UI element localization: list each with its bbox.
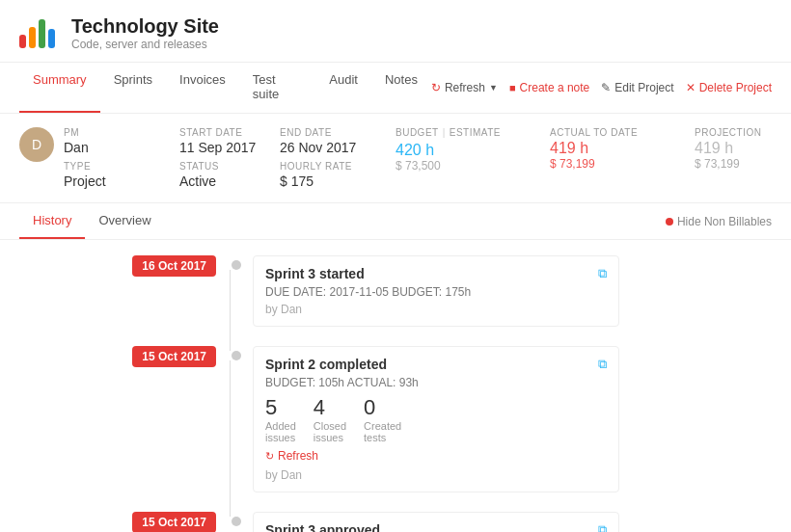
date-badge-3: 15 Oct 2017: [132, 512, 216, 532]
delete-project-label: Delete Project: [699, 81, 772, 94]
delete-project-button[interactable]: ✕ Delete Project: [686, 81, 772, 94]
stat-added-label: Addedissues: [265, 420, 296, 443]
hourly-rate-label: HOURLY RATE: [280, 161, 357, 172]
create-note-icon: ■: [509, 82, 516, 93]
timeline-dot-2: [232, 351, 241, 360]
stat-closed: 4 Closedissues: [314, 397, 346, 443]
nav-tab-invoices[interactable]: Invoices: [166, 63, 239, 113]
refresh-icon: ↻: [431, 81, 441, 94]
hourly-rate: $ 175: [280, 173, 357, 189]
inner-tabs-row: History Overview Hide Non Billables: [0, 203, 791, 240]
nav-tab-sprints[interactable]: Sprints: [100, 63, 166, 113]
tab-history[interactable]: History: [19, 203, 85, 239]
timeline-item-3: 15 Oct 2017 Sprint 3 approved ⧉: [19, 512, 772, 532]
timeline-item: 16 Oct 2017 Sprint 3 started ⧉ DUE DATE:…: [19, 255, 772, 327]
stat-added: 5 Addedissues: [265, 397, 296, 443]
timeline-card-2: Sprint 2 completed ⧉ BUDGET: 105h ACTUAL…: [253, 346, 619, 492]
timeline-dot-1: [232, 260, 241, 270]
type-label: TYPE: [64, 161, 141, 172]
pm-section: D PM Dan TYPE Project: [19, 127, 141, 189]
date-badge-1: 16 Oct 2017: [132, 255, 216, 277]
edit-project-button[interactable]: ✎ Edit Project: [601, 81, 673, 94]
edit-project-label: Edit Project: [614, 81, 673, 94]
end-date-label: END DATE: [280, 127, 357, 138]
actual-amt: $ 73,199: [550, 157, 656, 171]
stat-added-num: 5: [265, 397, 277, 418]
card-due-1: DUE DATE: 2017-11-05 BUDGET: 175h: [265, 285, 607, 299]
card-by-1: by Dan: [265, 303, 607, 316]
timeline-connector: [230, 270, 231, 351]
external-link-icon-1[interactable]: ⧉: [598, 266, 607, 281]
delete-icon: ✕: [686, 81, 696, 94]
status-value: Active: [179, 173, 257, 189]
stat-closed-num: 4: [314, 397, 325, 418]
card-title-1: Sprint 3 started: [265, 266, 365, 281]
timeline-connector-2: [230, 360, 231, 517]
card-by-2: by Dan: [265, 468, 607, 482]
start-date-label: START DATE: [179, 127, 257, 138]
pm-label: PM: [64, 127, 141, 138]
refresh-card-label: Refresh: [278, 449, 318, 463]
projection-label: PROJECTION: [695, 127, 791, 138]
card-header-1: Sprint 3 started ⧉: [265, 266, 607, 281]
nav-tab-testsuite[interactable]: Test suite: [239, 63, 316, 113]
stat-created-num: 0: [364, 397, 375, 418]
hide-label: Hide Non Billables: [677, 215, 772, 228]
actual-label: ACTUAL TO DATE: [550, 127, 656, 138]
refresh-label: Refresh: [445, 81, 485, 94]
refresh-card-button[interactable]: ↻ Refresh: [265, 449, 607, 463]
date-badge-2: 15 Oct 2017: [132, 346, 216, 367]
timeline-card-3: Sprint 3 approved ⧉: [253, 512, 619, 532]
budget-h: 420 h: [396, 142, 511, 159]
budget-amt: $ 73,500: [396, 159, 511, 173]
edit-icon: ✎: [601, 81, 611, 94]
card-due-2: BUDGET: 105h ACTUAL: 93h: [265, 376, 607, 389]
timeline: 16 Oct 2017 Sprint 3 started ⧉ DUE DATE:…: [0, 240, 791, 532]
card-header-2: Sprint 2 completed ⧉: [265, 357, 607, 372]
projection-h: 419 h: [695, 140, 791, 157]
nav-bar: Summary Sprints Invoices Test suite Audi…: [0, 63, 791, 114]
stat-created-label: Createdtests: [364, 420, 401, 443]
external-link-icon-2[interactable]: ⧉: [598, 357, 607, 372]
timeline-left-2: 15 Oct 2017: [19, 346, 232, 367]
budget-label: BUDGET: [396, 127, 439, 138]
dot-icon: [666, 218, 673, 226]
estimate-label: ESTIMATE: [450, 127, 501, 138]
project-meta: D PM Dan TYPE Project START DATE 11 Sep …: [0, 114, 791, 203]
avatar: D: [19, 127, 54, 162]
actual-h: 419 h: [550, 140, 656, 157]
tab-overview[interactable]: Overview: [85, 203, 164, 239]
stat-created: 0 Createdtests: [364, 397, 401, 443]
timeline-left-1: 16 Oct 2017: [19, 255, 232, 277]
projection-amt: $ 73,199: [695, 157, 791, 171]
refresh-button[interactable]: ↻ Refresh ▼: [431, 81, 498, 94]
card-title-3: Sprint 3 approved: [265, 522, 380, 532]
project-desc: Code, server and releases: [71, 38, 219, 51]
timeline-card-1: Sprint 3 started ⧉ DUE DATE: 2017-11-05 …: [253, 255, 619, 327]
page-header: Technology Site Code, server and release…: [0, 0, 791, 63]
create-note-label: Create a note: [520, 81, 590, 94]
project-info: Technology Site Code, server and release…: [71, 14, 219, 51]
external-link-icon-3[interactable]: ⧉: [598, 522, 607, 532]
create-note-button[interactable]: ■ Create a note: [509, 81, 589, 94]
pm-name: Dan: [64, 140, 141, 155]
start-date: 11 Sep 2017: [179, 140, 257, 155]
hide-non-billables-button[interactable]: Hide Non Billables: [666, 215, 772, 228]
nav-tab-summary[interactable]: Summary: [19, 63, 100, 113]
refresh-card-icon: ↻: [265, 450, 274, 463]
nav-tab-audit[interactable]: Audit: [315, 63, 371, 113]
end-date: 26 Nov 2017: [280, 140, 357, 155]
stat-closed-label: Closedissues: [314, 420, 346, 443]
refresh-dropdown-icon: ▼: [489, 83, 498, 93]
card-stats: 5 Addedissues 4 Closedissues 0 Createdte…: [265, 397, 607, 443]
nav-tabs: Summary Sprints Invoices Test suite Audi…: [19, 63, 431, 113]
timeline-left-3: 15 Oct 2017: [19, 512, 232, 532]
timeline-dot-3: [232, 517, 241, 526]
nav-actions: ↻ Refresh ▼ ■ Create a note ✎ Edit Proje…: [431, 81, 772, 94]
nav-tab-notes[interactable]: Notes: [371, 63, 431, 113]
card-title-2: Sprint 2 completed: [265, 357, 387, 372]
inner-tabs: History Overview: [19, 203, 666, 239]
status-label: STATUS: [179, 161, 257, 172]
project-name: Technology Site: [71, 14, 219, 38]
type-value: Project: [64, 173, 141, 189]
